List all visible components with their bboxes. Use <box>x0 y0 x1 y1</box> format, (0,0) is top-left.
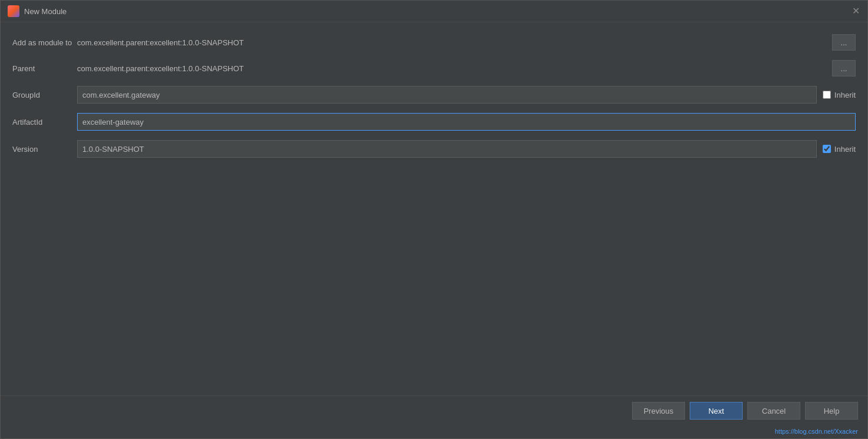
bottom-link-row: https://blog.csdn.net/Xxacker <box>1 425 867 438</box>
parent-row: Parent com.excellent.parent:excellent:1.… <box>12 60 856 77</box>
groupid-label: GroupId <box>12 91 77 99</box>
groupid-inherit-checkbox[interactable] <box>823 91 831 99</box>
version-inherit-wrapper: Inherit <box>823 145 856 154</box>
bottom-url-link[interactable]: https://blog.csdn.net/Xxacker <box>775 428 858 435</box>
app-icon <box>8 5 19 17</box>
artifactid-input[interactable] <box>77 113 856 131</box>
groupid-inherit-label: Inherit <box>834 91 856 99</box>
version-inherit-checkbox[interactable] <box>823 145 831 153</box>
parent-label: Parent <box>12 64 77 73</box>
parent-value: com.excellent.parent:excellent:1.0.0-SNA… <box>77 64 826 73</box>
cancel-button[interactable]: Cancel <box>747 402 800 420</box>
parent-browse-button[interactable]: ... <box>832 60 856 77</box>
title-bar-left: New Module <box>8 5 66 17</box>
add-as-module-label: Add as module to <box>12 38 77 47</box>
new-module-dialog: New Module ✕ Add as module to com.excell… <box>0 0 868 439</box>
dialog-footer: Previous Next Cancel Help <box>1 395 867 425</box>
close-button[interactable]: ✕ <box>851 6 860 16</box>
next-button[interactable]: Next <box>690 402 743 420</box>
version-inherit-label: Inherit <box>834 145 856 154</box>
version-label: Version <box>12 145 77 154</box>
groupid-row: GroupId Inherit <box>12 86 856 104</box>
add-as-module-row: Add as module to com.excellent.parent:ex… <box>12 34 856 51</box>
version-row: Version Inherit <box>12 140 856 158</box>
artifactid-row: ArtifactId <box>12 113 856 131</box>
help-button[interactable]: Help <box>805 402 858 420</box>
dialog-title: New Module <box>24 7 66 16</box>
add-as-module-browse-button[interactable]: ... <box>832 34 856 51</box>
groupid-inherit-wrapper: Inherit <box>823 91 856 99</box>
title-bar: New Module ✕ <box>1 1 867 22</box>
artifactid-label: ArtifactId <box>12 118 77 127</box>
add-as-module-value-group: com.excellent.parent:excellent:1.0.0-SNA… <box>77 34 856 51</box>
dialog-content: Add as module to com.excellent.parent:ex… <box>1 22 867 395</box>
groupid-input[interactable] <box>77 86 817 104</box>
version-input[interactable] <box>77 140 817 158</box>
add-as-module-value: com.excellent.parent:excellent:1.0.0-SNA… <box>77 38 826 47</box>
previous-button[interactable]: Previous <box>632 402 685 420</box>
parent-value-group: com.excellent.parent:excellent:1.0.0-SNA… <box>77 60 856 77</box>
